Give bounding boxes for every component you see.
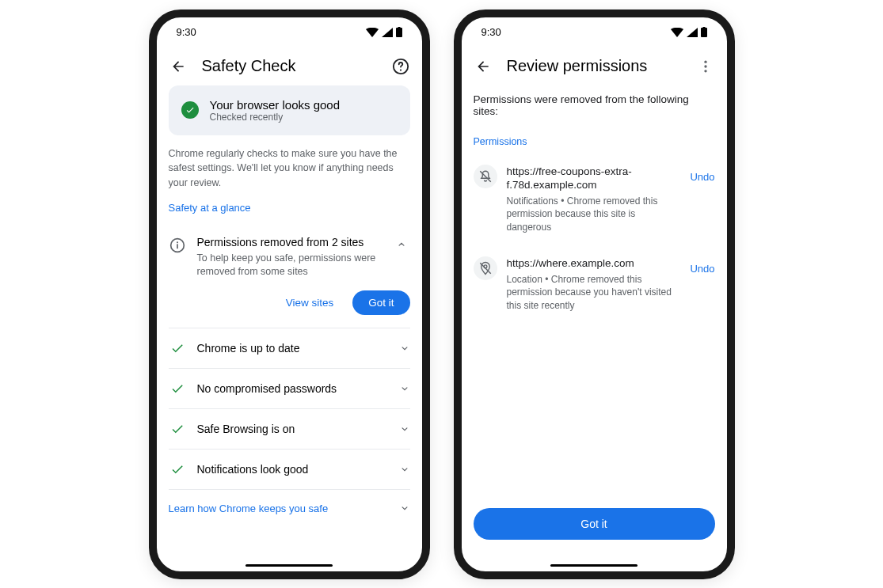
- app-bar: Review permissions: [462, 47, 727, 85]
- battery-icon: [396, 27, 402, 37]
- site-url: https://where.example.com: [507, 256, 681, 271]
- svg-rect-1: [398, 27, 400, 28]
- status-bar: 9:30: [462, 17, 727, 47]
- got-it-button[interactable]: Got it: [352, 290, 409, 315]
- svg-rect-0: [396, 28, 402, 37]
- svg-point-10: [704, 65, 706, 67]
- check-icon: [169, 341, 186, 355]
- back-button[interactable]: [169, 57, 188, 76]
- svg-point-3: [399, 69, 401, 70]
- phone-right: 9:30 Review permissions Permissions were…: [454, 9, 735, 579]
- page-title: Safety Check: [202, 57, 377, 75]
- undo-button[interactable]: Undo: [690, 165, 714, 183]
- permissions-title: Permissions removed from 2 sites: [197, 236, 382, 248]
- view-sites-button[interactable]: View sites: [275, 290, 345, 315]
- chevron-down-icon: [399, 343, 410, 354]
- notification-off-icon: [474, 165, 497, 188]
- browser-status-card: Your browser looks good Checked recently: [169, 85, 410, 135]
- svg-point-11: [704, 70, 706, 72]
- check-label: No compromised passwords: [197, 382, 388, 395]
- chevron-down-icon: [399, 383, 410, 394]
- check-row-passwords[interactable]: No compromised passwords: [169, 369, 410, 409]
- review-description: Permissions were removed from the follow…: [474, 85, 715, 136]
- phone-left: 9:30 Safety Check Your browser l: [149, 9, 430, 579]
- status-card-title: Your browser looks good: [210, 98, 341, 112]
- check-icon: [169, 422, 186, 436]
- status-card-subtitle: Checked recently: [210, 112, 341, 123]
- site-row: https://where.example.com Location • Chr…: [474, 248, 715, 327]
- svg-rect-7: [701, 28, 707, 37]
- site-url: https://free-coupons-extra-f.78d.example…: [507, 165, 681, 192]
- svg-point-6: [177, 241, 178, 243]
- svg-line-12: [480, 171, 491, 182]
- chevron-up-icon[interactable]: [393, 236, 410, 250]
- undo-button[interactable]: Undo: [690, 256, 714, 275]
- permissions-section-label: Permissions: [474, 136, 715, 147]
- svg-point-9: [704, 60, 706, 63]
- check-circle-icon: [181, 101, 199, 119]
- svg-rect-8: [702, 27, 705, 28]
- check-icon: [169, 462, 186, 476]
- status-time: 9:30: [177, 26, 196, 38]
- svg-rect-5: [177, 244, 178, 248]
- check-row-notifications[interactable]: Notifications look good: [169, 450, 410, 490]
- chevron-down-icon: [399, 423, 410, 434]
- app-bar: Safety Check: [157, 47, 422, 85]
- site-detail: Location • Chrome removed this permissio…: [507, 273, 681, 313]
- signal-icon: [687, 28, 698, 37]
- signal-icon: [382, 28, 393, 37]
- home-indicator[interactable]: [550, 564, 638, 567]
- permissions-section[interactable]: Permissions removed from 2 sites To help…: [169, 226, 410, 328]
- wifi-icon: [671, 28, 683, 37]
- status-bar: 9:30: [157, 17, 422, 47]
- back-button[interactable]: [474, 57, 493, 76]
- check-label: Chrome is up to date: [197, 342, 388, 355]
- help-button[interactable]: [391, 57, 410, 76]
- location-off-icon: [474, 256, 497, 280]
- check-label: Notifications look good: [197, 463, 388, 476]
- home-indicator[interactable]: [245, 564, 333, 567]
- safety-glance-label: Safety at a glance: [169, 202, 410, 214]
- wifi-icon: [366, 28, 379, 37]
- safety-description: Chrome regularly checks to make sure you…: [169, 146, 410, 191]
- check-icon: [169, 381, 186, 396]
- more-menu-button[interactable]: [696, 57, 715, 76]
- page-title: Review permissions: [507, 57, 682, 75]
- status-time: 9:30: [481, 26, 501, 38]
- learn-more-row[interactable]: Learn how Chrome keeps you safe: [169, 490, 410, 527]
- learn-more-link[interactable]: Learn how Chrome keeps you safe: [169, 503, 329, 514]
- check-row-update[interactable]: Chrome is up to date: [169, 328, 410, 369]
- site-row: https://free-coupons-extra-f.78d.example…: [474, 157, 715, 248]
- chevron-down-icon: [399, 464, 410, 475]
- site-detail: Notifications • Chrome removed this perm…: [507, 195, 681, 234]
- info-icon: [169, 236, 186, 253]
- permissions-subtitle: To help keep you safe, permissions were …: [197, 252, 382, 279]
- check-label: Safe Browsing is on: [197, 423, 388, 435]
- chevron-down-icon: [399, 503, 410, 514]
- check-row-safebrowsing[interactable]: Safe Browsing is on: [169, 409, 410, 450]
- got-it-button[interactable]: Got it: [474, 508, 715, 540]
- battery-icon: [701, 27, 707, 37]
